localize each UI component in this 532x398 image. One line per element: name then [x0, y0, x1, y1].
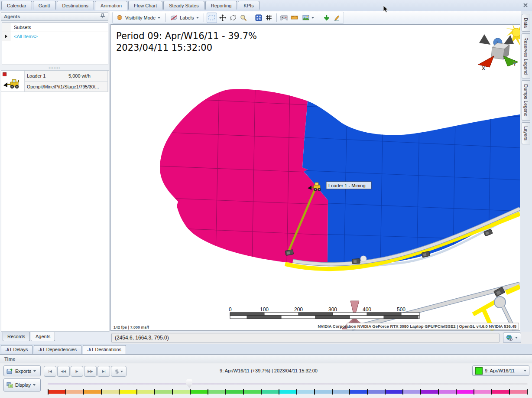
- tab-reporting[interactable]: Reporting: [205, 1, 237, 10]
- select-tool-button[interactable]: [207, 13, 217, 23]
- record-indicator: [3, 72, 6, 76]
- svg-text:200: 200: [294, 307, 303, 313]
- timeline-period-segment[interactable]: [172, 389, 190, 395]
- agents-panel: Agents Subsets <All Items> ▪▪▪▪▪▪▪: [0, 11, 110, 332]
- tab-jit-dependencies[interactable]: JiT Dependencies: [34, 345, 81, 354]
- timeline-period-segment[interactable]: [296, 389, 314, 395]
- tab-layers[interactable]: Layers: [522, 122, 530, 144]
- pan-tool-button[interactable]: [218, 13, 227, 23]
- step-forward-button[interactable]: ▶▶: [84, 366, 97, 377]
- zoom-tool-button[interactable]: [239, 13, 248, 23]
- svg-text:500: 500: [397, 307, 405, 313]
- playback-settings-icon: [115, 369, 119, 374]
- tab-reserves-legend[interactable]: Reserves Legend: [522, 33, 530, 78]
- play-button[interactable]: ▶: [71, 366, 83, 377]
- timeline-period-segment[interactable]: [279, 389, 296, 395]
- tab-kpis[interactable]: KPIs: [238, 1, 259, 10]
- agents-panel-empty-area: [1, 92, 109, 332]
- agent-rate-cell[interactable]: 5,000 wt/h: [66, 71, 108, 82]
- timeline-period-segment[interactable]: [65, 389, 83, 395]
- subsets-header-row: Subsets: [2, 23, 108, 32]
- close-icon[interactable]: [522, 2, 529, 9]
- timeline-period-segment[interactable]: [154, 389, 172, 395]
- exports-button[interactable]: Exports: [3, 365, 41, 376]
- visibility-mode-button[interactable]: Visibility Mode: [114, 13, 162, 23]
- tab-jit-delays[interactable]: JiT Delays: [1, 345, 32, 354]
- timeline-period-segment[interactable]: [136, 389, 154, 395]
- timeline-period-segment[interactable]: [83, 389, 101, 395]
- tab-destinations[interactable]: Destinations: [57, 1, 94, 10]
- time-slider-track[interactable]: [48, 383, 528, 385]
- tab-steady-states[interactable]: Steady States: [163, 1, 204, 10]
- timeline-period-segment[interactable]: [261, 389, 279, 395]
- time-panel-title: Time: [4, 356, 15, 362]
- tab-agents[interactable]: Agents: [31, 332, 55, 341]
- timeline-period-segment[interactable]: [314, 389, 332, 395]
- subsets-row-all-items[interactable]: <All Items>: [2, 32, 108, 41]
- tab-jit-destinations[interactable]: JiT Destinations: [83, 345, 126, 354]
- green-down-arrow-icon: [324, 14, 329, 21]
- timeline-period-segment[interactable]: [208, 389, 225, 395]
- skip-to-end-button[interactable]: ▶|: [97, 366, 110, 377]
- timeline-period-segment[interactable]: [349, 389, 367, 395]
- panel-splitter[interactable]: ▪▪▪▪▪▪▪: [2, 66, 107, 69]
- grid-toggle-button[interactable]: [264, 13, 274, 23]
- magnifier-icon: [240, 14, 247, 21]
- timeline-period-segment[interactable]: [225, 389, 243, 395]
- pin-icon[interactable]: [100, 13, 105, 20]
- animation-3d-viewport[interactable]: Loader 1 - Mining z: [110, 24, 520, 331]
- period-selector[interactable]: 9: Apr/W16/11: [472, 365, 529, 376]
- measure-button[interactable]: [290, 13, 299, 23]
- gamepad-icon: [280, 15, 288, 20]
- tab-dumps-legend[interactable]: Dumps Legend: [522, 80, 530, 121]
- timeline-period-segment[interactable]: [491, 389, 509, 395]
- tab-gantt[interactable]: Gantt: [33, 1, 56, 10]
- svg-text:Y: Y: [513, 61, 516, 67]
- move-arrows-icon: [219, 14, 226, 21]
- gizmo-x-cone: [478, 56, 494, 67]
- skip-to-start-button[interactable]: |◀: [44, 366, 56, 377]
- timeline-period-segment[interactable]: [243, 389, 261, 395]
- display-button[interactable]: Display: [3, 378, 41, 391]
- step-back-button[interactable]: ◀◀: [57, 366, 70, 377]
- tab-records[interactable]: Records: [3, 332, 30, 341]
- timeline-period-segment[interactable]: [474, 389, 491, 395]
- screenshot-button[interactable]: [300, 13, 316, 23]
- timeline-period-segment[interactable]: [420, 389, 438, 395]
- timeline-period-segment[interactable]: [101, 389, 119, 395]
- agent-icon-cell[interactable]: [1, 71, 25, 92]
- timeline-period-segment[interactable]: [402, 389, 420, 395]
- timeline-period-segment[interactable]: [385, 389, 402, 395]
- pit-mined-region[interactable]: [160, 89, 328, 266]
- tab-calendar[interactable]: Calendar: [1, 1, 32, 10]
- all-items-cell[interactable]: <All Items>: [10, 34, 38, 39]
- axis-gizmo[interactable]: z X Y: [478, 25, 520, 72]
- time-slider-thumb[interactable]: [186, 379, 192, 388]
- draw-button[interactable]: [332, 13, 342, 23]
- tab-flow-chart[interactable]: Flow Chart: [128, 1, 162, 10]
- labels-button[interactable]: Labels: [168, 13, 201, 23]
- playback-controls: |◀ ◀◀ ▶ ▶▶ ▶|: [44, 366, 127, 377]
- view-globe-button[interactable]: [503, 333, 521, 343]
- zoom-fit-button[interactable]: [254, 13, 263, 23]
- agent-path-cell[interactable]: Openpit/Mine/Pit1/Stage1/795/30/...: [25, 82, 108, 92]
- drop-to-surface-button[interactable]: [322, 13, 331, 23]
- timeline-period-segment[interactable]: [509, 389, 528, 395]
- timeline-period-segment[interactable]: [367, 389, 385, 395]
- timeline-period-segment[interactable]: [119, 389, 136, 395]
- gamepad-button[interactable]: [279, 13, 289, 23]
- timeline-period-segment[interactable]: [48, 389, 65, 395]
- agent-name-cell[interactable]: Loader 1: [25, 71, 66, 82]
- truck[interactable]: [352, 258, 360, 264]
- timeline-period-segment[interactable]: [456, 389, 474, 395]
- timeline-period-segment[interactable]: [190, 389, 208, 395]
- scale-bar: 0 100 200 300 400 500: [229, 307, 419, 319]
- timeline-period-segment[interactable]: [438, 389, 456, 395]
- tab-data[interactable]: Data: [522, 14, 530, 32]
- time-panel-header: Time: [0, 355, 532, 363]
- dropdown-arrow-icon: [158, 17, 160, 19]
- tab-animation[interactable]: Animation: [95, 1, 127, 10]
- timeline-period-segment[interactable]: [332, 389, 350, 395]
- labels-label: Labels: [180, 15, 194, 20]
- orbit-tool-button[interactable]: [228, 13, 238, 23]
